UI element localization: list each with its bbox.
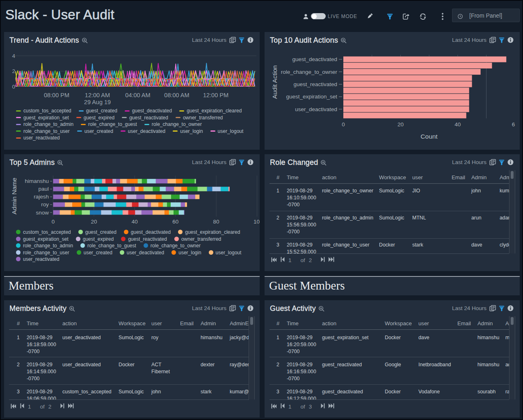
- svg-text:4: 4: [12, 53, 15, 59]
- svg-text:08:00 PM: 08:00 PM: [44, 92, 69, 98]
- svg-text:Count: Count: [420, 133, 438, 140]
- svg-text:0: 0: [12, 84, 15, 90]
- svg-text:6: 6: [512, 121, 515, 128]
- svg-text:role_change_to_owner: role_change_to_owner: [281, 69, 338, 75]
- svg-text:40: 40: [132, 219, 138, 225]
- svg-text:rajesh: rajesh: [34, 194, 49, 200]
- svg-text:29 Aug 19: 29 Aug 19: [84, 99, 111, 105]
- svg-text:10: 10: [254, 219, 260, 225]
- svg-text:80: 80: [213, 219, 219, 225]
- svg-text:roy: roy: [41, 201, 49, 208]
- svg-text:20: 20: [91, 219, 97, 225]
- svg-text:0: 0: [342, 121, 345, 128]
- svg-text:Admin Name: Admin Name: [11, 178, 18, 215]
- svg-text:paul: paul: [38, 186, 49, 192]
- svg-text:guest_expiration_set: guest_expiration_set: [286, 94, 337, 100]
- svg-text:12:00 AM: 12:00 AM: [85, 92, 110, 98]
- svg-text:0: 0: [52, 219, 55, 225]
- svg-text:user_deactivated: user_deactivated: [295, 106, 337, 112]
- svg-text:60: 60: [172, 219, 178, 225]
- svg-text:12:00 PM: 12:00 PM: [203, 92, 228, 98]
- svg-text:himanshu: himanshu: [25, 178, 49, 184]
- svg-text:2: 2: [12, 68, 15, 74]
- svg-text:Audit Action: Audit Action: [271, 65, 278, 99]
- svg-text:08:00 AM: 08:00 AM: [164, 92, 189, 98]
- svg-text:snow: snow: [36, 210, 49, 216]
- svg-text:guest_reactivated: guest_reactivated: [293, 81, 337, 87]
- svg-text:04:00 AM: 04:00 AM: [125, 92, 150, 98]
- svg-text:20: 20: [397, 121, 404, 128]
- svg-text:guest_deactivated: guest_deactivated: [292, 56, 337, 62]
- svg-text:40: 40: [454, 121, 461, 128]
